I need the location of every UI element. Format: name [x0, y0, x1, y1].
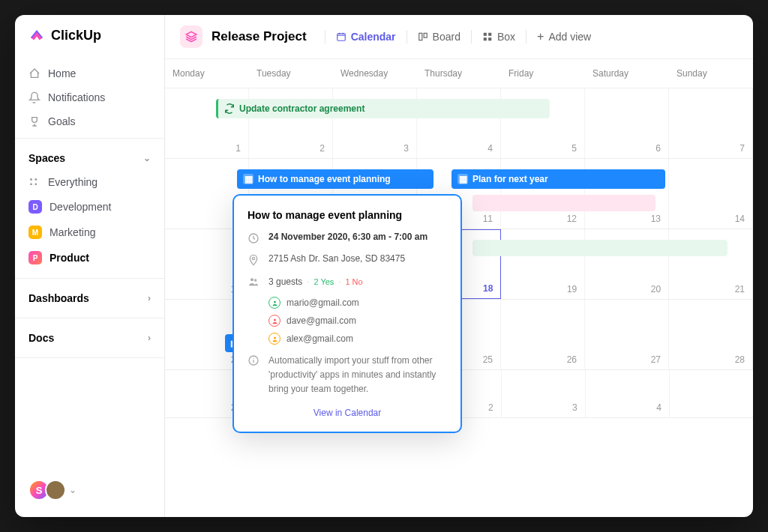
popover-location: 2715 Ash Dr. San Jose, SD 83475 — [268, 253, 405, 266]
guest-row: dave@gmail.com — [268, 315, 447, 327]
spaces-header[interactable]: Spaces ⌄ — [15, 146, 164, 170]
tab-board[interactable]: Board — [410, 26, 468, 47]
svg-point-1 — [34, 178, 37, 181]
svg-point-0 — [30, 178, 32, 181]
nav-label: Goals — [48, 115, 76, 127]
svg-point-19 — [253, 358, 254, 359]
spaces-section: Spaces ⌄ Everything D Development M Mark… — [15, 138, 164, 278]
popover-location-row: 2715 Ash Dr. San Jose, SD 83475 — [248, 253, 447, 266]
svg-rect-6 — [424, 33, 427, 37]
guest-status-icon — [268, 297, 280, 309]
space-badge: D — [28, 200, 42, 214]
trophy-icon — [28, 115, 40, 127]
info-icon — [248, 354, 260, 366]
guests-icon — [248, 276, 260, 288]
popover-datetime: 24 November 2020, 6:30 am - 7:00 am — [268, 232, 428, 244]
event-next-year[interactable]: ▦ Plan for next year — [452, 169, 665, 189]
event-green[interactable] — [472, 240, 728, 256]
calendar-cell[interactable]: 4 — [586, 370, 670, 417]
calendar-cell[interactable]: 26 — [501, 300, 585, 369]
popover-guests-row: 3 guests · 2 Yes · 1 No — [248, 275, 447, 288]
space-everything[interactable]: Everything — [15, 170, 164, 194]
chevron-down-icon: ⌄ — [69, 485, 76, 495]
guest-email: mario@gmail.com — [286, 297, 359, 308]
space-marketing[interactable]: M Marketing — [15, 220, 164, 245]
space-development[interactable]: D Development — [15, 194, 164, 220]
logo-text: ClickUp — [51, 28, 101, 43]
project-icon — [180, 25, 202, 48]
calendar-cell[interactable]: 3 — [502, 370, 586, 417]
nav-home[interactable]: Home — [15, 61, 164, 85]
guests-no: 1 No — [345, 277, 362, 286]
board-icon — [418, 31, 428, 42]
view-in-calendar-link[interactable]: View in Calendar — [248, 408, 447, 418]
svg-rect-8 — [488, 33, 491, 36]
svg-rect-9 — [484, 37, 487, 40]
nav-label: Home — [48, 67, 76, 79]
tab-box[interactable]: Box — [475, 26, 523, 47]
tab-calendar[interactable]: Calendar — [328, 26, 404, 47]
calendar-cell[interactable]: 7 — [669, 88, 753, 158]
docs-section: Docs › — [15, 318, 164, 358]
nav-goals[interactable]: Goals — [15, 109, 164, 133]
svg-rect-7 — [484, 33, 487, 36]
space-label: Product — [50, 252, 89, 264]
popover-datetime-row: 24 November 2020, 6:30 am - 7:00 am — [248, 232, 447, 244]
avatar[interactable] — [45, 480, 66, 501]
event-popover: How to manage event planning 24 November… — [232, 194, 462, 433]
svg-point-3 — [34, 183, 37, 185]
tab-label: Calendar — [351, 31, 396, 43]
box-icon — [482, 31, 493, 42]
clock-icon — [248, 232, 260, 244]
calendar-cell[interactable]: 6 — [585, 88, 669, 158]
home-icon — [28, 67, 40, 79]
add-view-label: Add view — [548, 31, 591, 43]
dashboards-section: Dashboards › — [15, 278, 164, 318]
space-product[interactable]: P Product — [15, 245, 164, 270]
day-header: Monday — [165, 59, 249, 88]
dashboards-header[interactable]: Dashboards › — [15, 286, 164, 310]
space-badge: P — [28, 251, 42, 265]
chevron-right-icon: › — [148, 333, 151, 343]
event-contractor[interactable]: Update contractor agreement — [216, 99, 550, 118]
svg-rect-10 — [488, 37, 491, 40]
event-planning[interactable]: ▦ How to manage event planning — [237, 169, 434, 189]
guests-count: 3 guests — [268, 276, 302, 287]
location-icon — [248, 254, 260, 266]
add-view-button[interactable]: + Add view — [530, 25, 598, 48]
plus-icon: + — [537, 30, 544, 43]
event-pink[interactable] — [472, 195, 656, 211]
user-avatars[interactable]: S ⌄ — [15, 480, 164, 505]
calendar-row: 1 2 3 4 5 6 7 Update contractor agreemen… — [165, 88, 753, 159]
event-title: Plan for next year — [472, 174, 548, 184]
popover-description-row: Automatically import your stuff from oth… — [248, 354, 447, 397]
docs-header[interactable]: Docs › — [15, 326, 164, 350]
bell-icon — [28, 91, 40, 103]
svg-point-15 — [274, 300, 276, 303]
guest-email: dave@gmail.com — [286, 315, 356, 326]
calendar-cell[interactable]: 28 — [669, 300, 753, 369]
day-header: Wednesday — [333, 59, 417, 88]
logo[interactable]: ClickUp — [15, 27, 164, 57]
nav-label: Notifications — [48, 91, 105, 103]
spaces-title: Spaces — [28, 152, 65, 164]
guest-status-icon — [268, 333, 280, 345]
space-label: Development — [50, 201, 112, 213]
calendar-cell[interactable]: 14 — [669, 159, 753, 229]
calendar-view: Monday Tuesday Wednesday Thursday Friday… — [165, 59, 753, 517]
sidebar: ClickUp Home Notifications Goals Spaces … — [15, 15, 165, 517]
svg-point-13 — [250, 278, 254, 281]
day-header: Thursday — [417, 59, 501, 88]
guests-yes: 2 Yes — [314, 277, 334, 286]
svg-rect-5 — [418, 33, 422, 40]
guest-status-icon — [268, 315, 280, 327]
svg-point-17 — [274, 336, 276, 339]
grid-icon — [28, 176, 40, 188]
calendar-cell[interactable]: 27 — [585, 300, 669, 369]
logo-icon — [28, 27, 45, 43]
nav-notifications[interactable]: Notifications — [15, 85, 164, 109]
dashboards-label: Dashboards — [28, 292, 89, 304]
space-badge: M — [28, 226, 42, 239]
calendar-cell[interactable] — [670, 370, 753, 417]
calendar-header: Monday Tuesday Wednesday Thursday Friday… — [165, 59, 753, 88]
